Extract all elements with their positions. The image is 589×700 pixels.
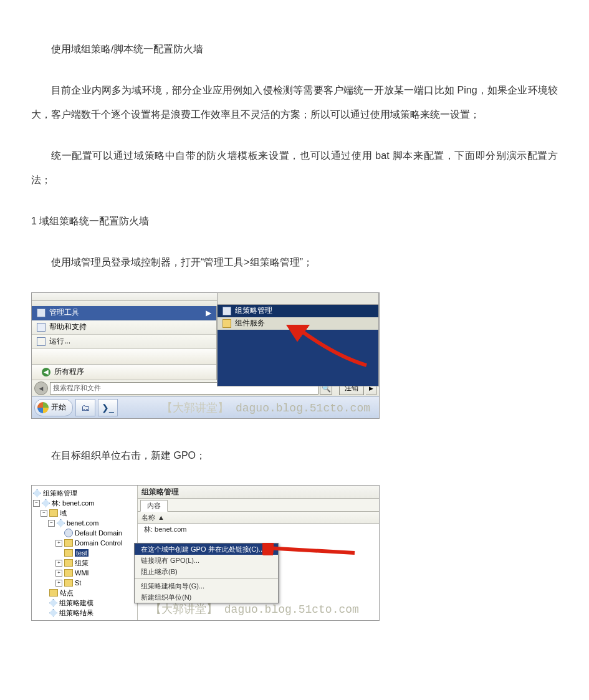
main-title: 组策略管理 bbox=[138, 486, 379, 499]
tree-label: 组策 bbox=[75, 559, 89, 568]
taskbar-icon-powershell[interactable]: ❯_ bbox=[98, 399, 118, 416]
tree-label: 组策略结果 bbox=[59, 608, 93, 618]
submenu-gpmc[interactable]: 组策略管理 bbox=[218, 305, 378, 317]
tree-gpo-folder[interactable]: + 组策 bbox=[33, 558, 136, 568]
watermark-cn: 【大郭讲堂】 bbox=[150, 603, 218, 616]
tab-row: 内容 bbox=[138, 499, 379, 512]
menu-label: 管理工具 bbox=[49, 307, 79, 318]
section-1-heading: 1 域组策略统一配置防火墙 bbox=[31, 209, 558, 233]
tree-label: 组策略管理 bbox=[43, 489, 77, 498]
tree-root[interactable]: 组策略管理 bbox=[33, 488, 136, 498]
watermark-cn: 【大郭讲堂】 bbox=[161, 402, 229, 415]
taskbar-icon-explorer[interactable]: 🗂 bbox=[75, 399, 95, 416]
tree-domains[interactable]: − 域 bbox=[33, 508, 136, 518]
expand-icon[interactable]: + bbox=[55, 560, 62, 567]
menu-label: 运行... bbox=[49, 336, 70, 347]
back-button[interactable]: ◄ bbox=[34, 381, 48, 395]
tree-sites[interactable]: 站点 bbox=[33, 588, 136, 598]
ou-icon bbox=[64, 549, 73, 557]
tree-domain[interactable]: − benet.com bbox=[33, 518, 136, 528]
expand-icon[interactable]: + bbox=[55, 570, 62, 577]
watermark: 【大郭讲堂】 daguo.blog.51cto.com bbox=[150, 602, 359, 616]
chevron-right-icon: ▶ bbox=[206, 309, 211, 317]
menu-help[interactable]: 帮助和支持 bbox=[32, 320, 216, 335]
component-services-icon bbox=[223, 319, 231, 328]
collapse-icon[interactable]: − bbox=[33, 500, 40, 507]
tab-content[interactable]: 内容 bbox=[140, 500, 168, 512]
menu-run[interactable]: 运行... bbox=[32, 335, 216, 349]
folder-icon bbox=[49, 509, 58, 517]
start-button[interactable]: 开始 bbox=[34, 399, 73, 416]
expand-icon[interactable]: + bbox=[55, 580, 62, 587]
submenu-label: 组件服务 bbox=[235, 318, 265, 328]
list-header: 名称 ▲ bbox=[138, 512, 379, 524]
gpmc-root-icon bbox=[33, 489, 41, 497]
ctx-label: 在这个域中创建 GPO 并在此处链接(C)... bbox=[141, 545, 264, 554]
submenu-component-services[interactable]: 组件服务 bbox=[218, 317, 378, 330]
modeling-icon bbox=[49, 599, 57, 607]
ctx-create-gpo[interactable]: 在这个域中创建 GPO 并在此处链接(C)... bbox=[135, 544, 278, 555]
ctx-link-gpo[interactable]: 链接现有 GPO(L)... bbox=[135, 555, 278, 566]
start-label: 开始 bbox=[51, 402, 66, 413]
paragraph-1: 目前企业内网多为域环境，部分企业应用例如入侵检测等需要客户端统一开放某一端口比如… bbox=[31, 79, 558, 127]
collapse-icon[interactable]: − bbox=[48, 520, 55, 527]
document-page: 使用域组策略/脚本统一配置防火墙 目前企业内网多为域环境，部分企业应用例如入侵检… bbox=[0, 0, 589, 700]
watermark: 【大郭讲堂】 daguo.blog.51cto.com bbox=[120, 400, 376, 415]
tree-domain-controllers[interactable]: + Domain Control bbox=[33, 538, 136, 548]
step-2-text: 在目标组织单位右击，新建 GPO； bbox=[31, 444, 558, 467]
folder-icon bbox=[64, 569, 73, 577]
collapse-icon[interactable]: − bbox=[41, 510, 47, 517]
ou-icon bbox=[64, 539, 73, 547]
watermark-en: daguo.blog.51cto.com bbox=[224, 603, 359, 616]
ctx-new-ou[interactable]: 新建组织单位(N) bbox=[135, 592, 278, 603]
context-menu: 在这个域中创建 GPO 并在此处链接(C)... 链接现有 GPO(L)... … bbox=[134, 543, 279, 603]
tree-gpo-results[interactable]: 组策略结果 bbox=[33, 608, 136, 618]
sites-icon bbox=[49, 589, 58, 597]
screenshot-gpmc: 组策略管理 − 林: benet.com − 域 − benet.com bbox=[31, 485, 380, 621]
windows-orb-icon bbox=[37, 402, 49, 413]
ctx-label: 新建组织单位(N) bbox=[141, 593, 191, 602]
tree-test-ou[interactable]: test bbox=[33, 548, 136, 558]
tree-label: 林: benet.com bbox=[52, 499, 94, 508]
ctx-block-inherit[interactable]: 阻止继承(B) bbox=[135, 566, 278, 577]
all-programs[interactable]: ◀ 所有程序 bbox=[32, 365, 216, 380]
tree-wmi[interactable]: + WMI bbox=[33, 568, 136, 578]
tree-forest[interactable]: − 林: benet.com bbox=[33, 498, 136, 508]
menu-admin-tools[interactable]: 管理工具 ▶ bbox=[32, 306, 216, 320]
back-arrow-icon: ◀ bbox=[42, 368, 50, 376]
menu-label: 帮助和支持 bbox=[49, 322, 87, 332]
tree-starter[interactable]: + St bbox=[33, 578, 136, 588]
tree-default-domain[interactable]: Default Domain bbox=[33, 528, 136, 538]
main-title-label: 组策略管理 bbox=[141, 487, 179, 497]
folder-icon bbox=[64, 559, 73, 567]
ctx-label: 链接现有 GPO(L)... bbox=[141, 556, 199, 565]
list-row-forest[interactable]: 林: benet.com bbox=[138, 524, 379, 535]
taskbar: 开始 🗂 ❯_ 【大郭讲堂】 daguo.blog.51cto.com bbox=[32, 396, 379, 418]
tree-gpo-modeling[interactable]: 组策略建模 bbox=[33, 598, 136, 608]
page-title: 使用域组策略/脚本统一配置防火墙 bbox=[31, 37, 558, 61]
gpmc-icon bbox=[223, 307, 231, 315]
tab-label: 内容 bbox=[147, 502, 161, 509]
ctx-modeling-wizard[interactable]: 组策略建模向导(G)... bbox=[135, 580, 278, 592]
tree-label: test bbox=[75, 549, 89, 557]
run-icon bbox=[37, 337, 45, 346]
tree-label: 域 bbox=[60, 509, 67, 518]
search-placeholder: 搜索程序和文件 bbox=[53, 383, 101, 393]
expand-icon[interactable]: + bbox=[55, 540, 62, 547]
submenu-label: 组策略管理 bbox=[235, 305, 272, 316]
tree-label: St bbox=[75, 579, 81, 587]
paragraph-2: 统一配置可以通过域策略中自带的防火墙模板来设置，也可以通过使用 bat 脚本来配… bbox=[31, 144, 558, 192]
tree-label: 站点 bbox=[60, 588, 74, 598]
folder-icon bbox=[37, 309, 45, 317]
tree-panel: 组策略管理 − 林: benet.com − 域 − benet.com bbox=[32, 486, 138, 620]
help-icon bbox=[37, 323, 45, 332]
results-icon bbox=[49, 609, 57, 617]
forest-icon bbox=[42, 499, 50, 507]
tree-label: Default Domain bbox=[75, 529, 122, 537]
watermark-en: daguo.blog.51cto.com bbox=[236, 402, 370, 415]
ctx-label: 阻止继承(B) bbox=[141, 567, 178, 577]
tree-label: Domain Control bbox=[75, 539, 122, 547]
tree-label: 组策略建模 bbox=[59, 598, 93, 608]
folder-icon bbox=[64, 579, 73, 587]
sort-icon[interactable]: ▲ bbox=[158, 514, 165, 521]
